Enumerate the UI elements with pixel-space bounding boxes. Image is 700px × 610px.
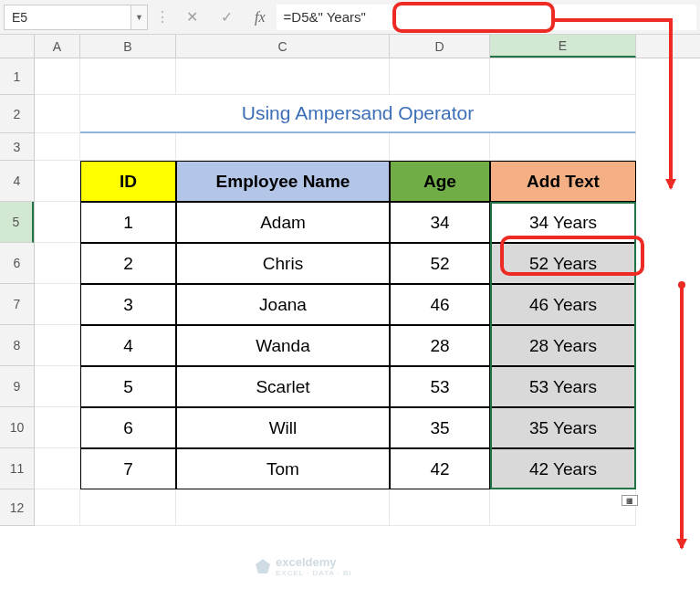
watermark-icon: [256, 559, 270, 573]
col-header-a[interactable]: A: [35, 35, 80, 58]
cell-b9[interactable]: 5: [80, 366, 176, 407]
col-header-b[interactable]: B: [80, 35, 176, 58]
cell-e6[interactable]: 52 Years: [490, 243, 636, 284]
cell-b6[interactable]: 2: [80, 243, 176, 284]
divider-handle[interactable]: ⋮: [155, 8, 167, 26]
cell-b8[interactable]: 4: [80, 325, 176, 366]
cell-b10[interactable]: 6: [80, 407, 176, 448]
cell-d11[interactable]: 42: [390, 448, 490, 489]
row-headers: 1 2 3 4 5 6 7 8 9 10 11 12: [0, 58, 35, 526]
row-header-3[interactable]: 3: [0, 133, 34, 161]
header-add[interactable]: Add Text: [490, 161, 636, 202]
cell-e10[interactable]: 35 Years: [490, 407, 636, 448]
row-header-5[interactable]: 5: [0, 202, 34, 243]
cell-d5[interactable]: 34: [390, 202, 490, 243]
spreadsheet-grid: A B C D E 1 2 3 4 5 6 7 8 9 10 11 12 Usi…: [0, 35, 700, 526]
cell-e5[interactable]: 34 Years: [490, 202, 636, 243]
cell-d10[interactable]: 35: [390, 407, 490, 448]
cell-d8[interactable]: 28: [390, 325, 490, 366]
cell-c5[interactable]: Adam: [176, 202, 390, 243]
cell-c11[interactable]: Tom: [176, 448, 390, 489]
cell-c10[interactable]: Will: [176, 407, 390, 448]
enter-icon: ✓: [213, 5, 240, 30]
select-all-corner[interactable]: [0, 35, 35, 58]
cell-e11[interactable]: 42 Years: [490, 448, 636, 489]
cells-area[interactable]: Using Ampersand Operator ID Employee Nam…: [35, 58, 700, 526]
formula-bar: E5 ▼ ⋮ ✕ ✓ fx =D5&" Years": [0, 0, 700, 35]
col-header-e[interactable]: E: [490, 35, 636, 58]
cell-c6[interactable]: Chris: [176, 243, 390, 284]
col-header-d[interactable]: D: [390, 35, 490, 58]
cell-e9[interactable]: 53 Years: [490, 366, 636, 407]
cell-b11[interactable]: 7: [80, 448, 176, 489]
formula-input[interactable]: =D5&" Years": [277, 5, 696, 30]
row-header-10[interactable]: 10: [0, 407, 34, 448]
row-header-8[interactable]: 8: [0, 325, 34, 366]
header-name[interactable]: Employee Name: [176, 161, 390, 202]
row-header-4[interactable]: 4: [0, 161, 34, 202]
row-header-11[interactable]: 11: [0, 448, 34, 489]
name-box-dropdown[interactable]: ▼: [131, 5, 148, 30]
fx-icon[interactable]: fx: [255, 9, 266, 26]
header-id[interactable]: ID: [80, 161, 176, 202]
cell-e8[interactable]: 28 Years: [490, 325, 636, 366]
row-header-12[interactable]: 12: [0, 489, 34, 526]
cell-c9[interactable]: Scarlet: [176, 366, 390, 407]
cell-b7[interactable]: 3: [80, 284, 176, 325]
cell-d7[interactable]: 46: [390, 284, 490, 325]
row-header-9[interactable]: 9: [0, 366, 34, 407]
name-box[interactable]: E5: [4, 5, 131, 30]
cell-c8[interactable]: Wanda: [176, 325, 390, 366]
cell-e7[interactable]: 46 Years: [490, 284, 636, 325]
cell-d6[interactable]: 52: [390, 243, 490, 284]
cell-b5[interactable]: 1: [80, 202, 176, 243]
col-header-c[interactable]: C: [176, 35, 390, 58]
cell-c7[interactable]: Joana: [176, 284, 390, 325]
watermark: exceldemy EXCEL · DATA · BI: [256, 555, 352, 577]
cancel-icon: ✕: [178, 5, 205, 30]
header-age[interactable]: Age: [390, 161, 490, 202]
row-header-6[interactable]: 6: [0, 243, 34, 284]
cell-d9[interactable]: 53: [390, 366, 490, 407]
title-cell[interactable]: Using Ampersand Operator: [80, 95, 636, 133]
row-header-2[interactable]: 2: [0, 95, 34, 133]
row-header-7[interactable]: 7: [0, 284, 34, 325]
column-headers: A B C D E: [0, 35, 700, 58]
row-header-1[interactable]: 1: [0, 58, 34, 95]
